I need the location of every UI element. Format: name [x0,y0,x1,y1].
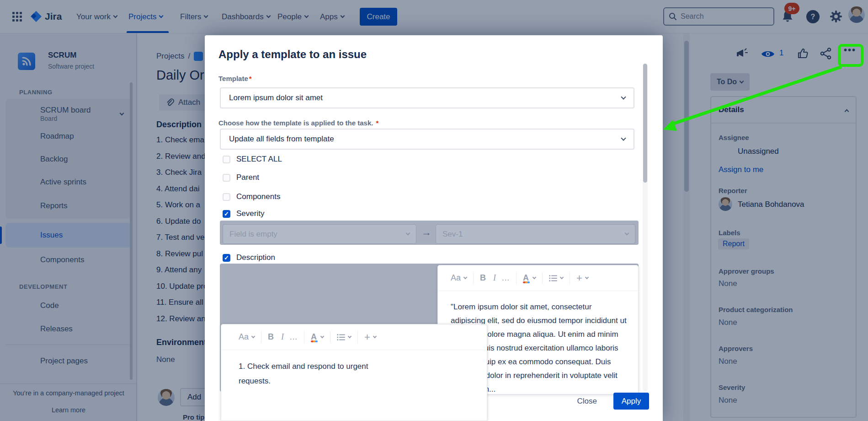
modal-title: Apply a template to an issue [218,48,367,61]
checkbox-row-severity: Severity [223,208,264,219]
template-field-label: Template* [218,75,252,82]
insert-button[interactable]: + [576,272,588,284]
checkbox-row-select-all: SELECT ALL [223,154,282,165]
checkbox-row-description: Description [223,252,275,263]
text-color-button[interactable]: A [523,273,536,283]
bold-button[interactable]: B [480,273,486,283]
more-formatting-button[interactable]: … [289,332,298,342]
close-button[interactable]: Close [577,397,597,406]
template-select[interactable]: Lorem ipsum dolor sit amet [220,87,634,108]
italic-button[interactable]: I [493,273,496,283]
more-formatting-button[interactable]: … [501,273,510,283]
description-checkbox[interactable] [223,254,230,262]
mapping-arrow-icon: → [421,227,431,238]
severity-new-select: Sev-1 [436,224,635,244]
chevron-down-icon [621,135,626,140]
insert-button[interactable]: + [364,331,376,343]
text-style-button[interactable]: Aa [239,332,255,342]
current-description-editor[interactable]: Aa B I … A + 1. Check email and respond … [221,324,487,421]
jira-app-window: Jira Your work Projects Filters Dashboar… [0,0,868,421]
list-button[interactable] [337,334,351,341]
apply-mode-label: Choose how the template is applied to th… [218,119,378,127]
current-description-text: 1. Check email and respond to urgent req… [221,350,386,389]
required-asterisk: * [249,75,252,82]
list-button[interactable] [549,275,563,282]
checkbox-label: Description [236,253,275,262]
severity-current-select: Field is empty [223,224,416,244]
editor-toolbar: Aa B I … A + [438,265,638,291]
modal-footer: Close Apply [577,393,649,410]
editor-toolbar: Aa B I … A + [221,324,487,350]
text-color-button[interactable]: A [311,332,324,342]
components-checkbox[interactable] [223,193,230,201]
apply-mode-select[interactable]: Update all fields from template [220,129,634,150]
bold-button[interactable]: B [268,332,274,342]
apply-template-modal: Apply a template to an issue Template* L… [205,35,663,421]
checkbox-label: Parent [236,173,259,182]
checkbox-label: Components [236,192,280,201]
required-asterisk: * [376,119,379,127]
chevron-down-icon [621,94,626,99]
checkbox-row-components: Components [223,191,280,202]
modal-scrollbar-thumb[interactable] [643,64,647,183]
checkbox-row-parent: Parent [223,172,259,183]
select-all-checkbox[interactable] [223,156,230,163]
text-style-button[interactable]: Aa [451,273,467,283]
checkbox-label: Severity [236,209,264,218]
italic-button[interactable]: I [281,332,284,342]
parent-checkbox[interactable] [223,174,230,182]
apply-button[interactable]: Apply [613,393,649,410]
severity-checkbox[interactable] [223,210,230,218]
severity-mapping-row: Field is empty → Sev-1 [220,221,639,245]
checkbox-label: SELECT ALL [236,155,282,164]
